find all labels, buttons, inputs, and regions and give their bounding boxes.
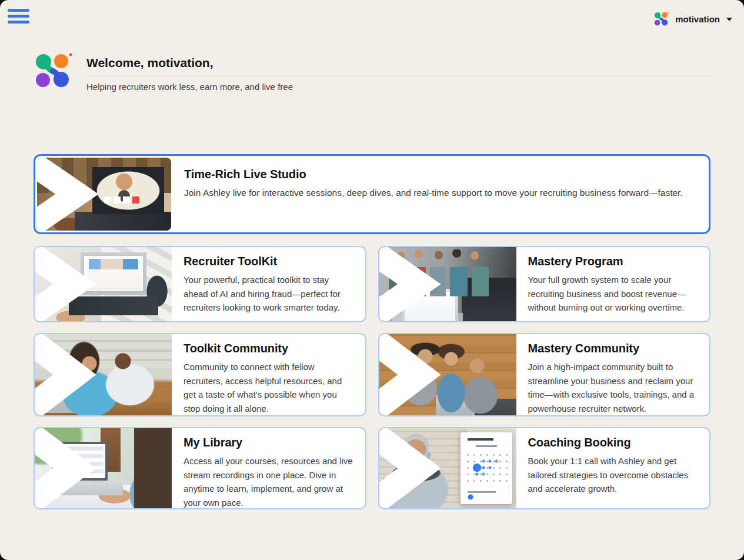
card-mastery-program[interactable]: Mastery Program Your full growth system … bbox=[378, 246, 711, 322]
chevron-down-icon bbox=[726, 18, 732, 21]
card-description: Your full growth system to scale your re… bbox=[528, 273, 698, 315]
card-recruiter-toolkit[interactable]: Recruiter ToolKit Your powerful, practic… bbox=[34, 246, 366, 322]
card-title: Recruiter ToolKit bbox=[184, 255, 353, 268]
card-photo-live-studio bbox=[37, 158, 171, 231]
welcome-header: Welcome, motivation, Helping recruiters … bbox=[34, 53, 710, 92]
cards-section: Time-Rich Live Studio Join Ashley live f… bbox=[34, 154, 710, 509]
card-description: Book your 1:1 call with Ashley and get t… bbox=[528, 454, 698, 496]
card-photo-coaching-booking bbox=[379, 428, 516, 508]
card-title: Mastery Community bbox=[528, 342, 698, 355]
account-name-label: motivation bbox=[675, 14, 720, 24]
card-text-block: Recruiter ToolKit Your powerful, practic… bbox=[172, 247, 365, 321]
header-divider bbox=[86, 76, 710, 76]
hamburger-menu-button[interactable] bbox=[5, 4, 34, 31]
chevron-right-overlay-icon bbox=[35, 334, 98, 415]
card-text-block: Mastery Community Join a high-impact com… bbox=[516, 334, 710, 415]
chevron-right-overlay-icon bbox=[37, 158, 101, 231]
page-subtitle: Helping recruiters work less, earn more,… bbox=[86, 82, 710, 92]
card-text-block: My Library Access all your courses, reso… bbox=[172, 428, 365, 508]
brand-logo bbox=[34, 53, 72, 89]
chevron-right-overlay-icon bbox=[379, 247, 443, 321]
card-text-block: Toolkit Community Community to connect w… bbox=[172, 334, 365, 415]
card-description: Join a high-impact community built to st… bbox=[528, 360, 698, 416]
hamburger-icon bbox=[8, 21, 29, 24]
card-description: Your powerful, practical toolkit to stay… bbox=[184, 273, 353, 315]
chevron-right-overlay-icon bbox=[35, 247, 98, 321]
card-time-rich-live-studio[interactable]: Time-Rich Live Studio Join Ashley live f… bbox=[34, 154, 710, 234]
page-title: Welcome, motivation, bbox=[86, 56, 710, 70]
card-photo-mastery-community bbox=[379, 334, 516, 415]
card-photo-toolkit-community bbox=[35, 334, 172, 415]
card-description: Join Ashley live for interactive session… bbox=[184, 186, 683, 200]
card-photo-mastery-program bbox=[379, 247, 516, 321]
chevron-right-overlay-icon bbox=[379, 428, 443, 508]
card-photo-my-library bbox=[35, 428, 172, 508]
card-text-block: Time-Rich Live Studio Join Ashley live f… bbox=[171, 158, 696, 231]
cards-grid: Recruiter ToolKit Your powerful, practic… bbox=[34, 246, 710, 509]
card-text-block: Coaching Booking Book your 1:1 call with… bbox=[516, 428, 710, 508]
brand-logo-icon bbox=[653, 12, 669, 26]
card-my-library[interactable]: My Library Access all your courses, reso… bbox=[34, 427, 366, 509]
card-mastery-community[interactable]: Mastery Community Join a high-impact com… bbox=[378, 333, 711, 416]
card-description: Community to connect with fellow recruit… bbox=[184, 360, 353, 416]
card-title: Toolkit Community bbox=[184, 342, 353, 355]
account-menu[interactable]: motivation bbox=[653, 12, 732, 26]
card-coaching-booking[interactable]: Coaching Booking Book your 1:1 call with… bbox=[378, 427, 711, 509]
welcome-text-block: Welcome, motivation, Helping recruiters … bbox=[86, 53, 710, 92]
card-title: Time-Rich Live Studio bbox=[184, 168, 683, 181]
hamburger-icon bbox=[8, 9, 29, 12]
dashboard-page: motivation Welcome, motivation, Helping … bbox=[0, 0, 744, 560]
card-description: Access all your courses, resources and l… bbox=[184, 454, 353, 509]
card-title: Mastery Program bbox=[528, 255, 698, 268]
hamburger-icon bbox=[8, 15, 29, 18]
card-toolkit-community[interactable]: Toolkit Community Community to connect w… bbox=[34, 333, 366, 416]
chevron-right-overlay-icon bbox=[379, 334, 443, 415]
card-photo-recruiter-toolkit bbox=[35, 247, 172, 321]
chevron-right-overlay-icon bbox=[35, 428, 98, 508]
card-text-block: Mastery Program Your full growth system … bbox=[516, 247, 710, 321]
card-title: Coaching Booking bbox=[528, 436, 698, 449]
card-title: My Library bbox=[184, 436, 353, 449]
